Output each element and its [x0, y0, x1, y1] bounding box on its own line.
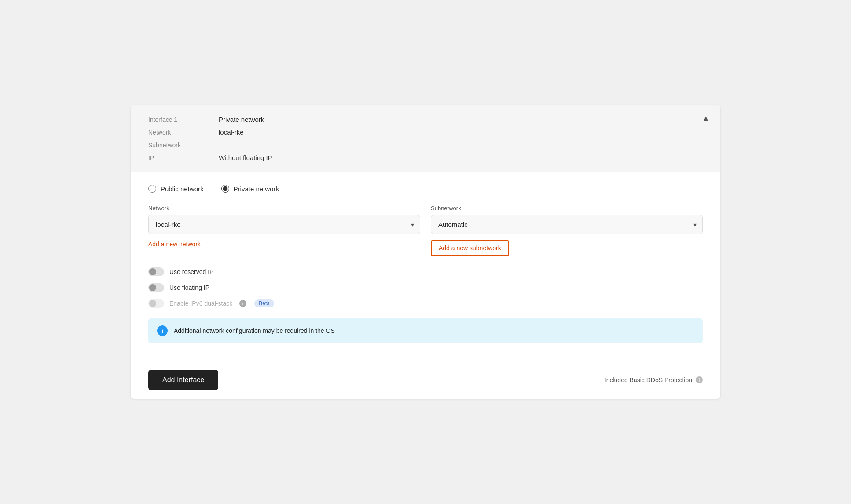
info-banner-icon: i — [157, 325, 168, 336]
public-network-option[interactable]: Public network — [148, 185, 204, 193]
info-banner-text: Additional network configuration may be … — [174, 327, 335, 334]
add-subnetwork-link[interactable]: Add a new subnetwork — [431, 240, 509, 256]
network-select[interactable]: local-rke other-network — [148, 215, 420, 234]
subnetwork-label: Subnetwork — [148, 142, 219, 149]
network-field-group: Network local-rke other-network ▾ — [148, 205, 420, 234]
add-interface-button[interactable]: Add Interface — [148, 370, 218, 390]
enable-ipv6-label: Enable IPv6 dual-stack — [169, 300, 232, 307]
add-links-row: Add a new network Add a new subnetwork — [148, 240, 703, 256]
summary-section: ▲ Interface 1 Private network Network lo… — [131, 105, 720, 172]
collapse-button[interactable]: ▲ — [702, 114, 710, 123]
use-reserved-ip-row: Use reserved IP — [148, 267, 703, 276]
enable-ipv6-row: Enable IPv6 dual-stack i Beta — [148, 299, 703, 308]
toggle-bg-3 — [148, 299, 164, 308]
public-network-label: Public network — [161, 185, 204, 193]
footer: Add Interface Included Basic DDoS Protec… — [131, 361, 720, 399]
add-network-link[interactable]: Add a new network — [148, 241, 201, 248]
checkbox-group: Use reserved IP Use floating IP Enable I… — [148, 267, 703, 308]
summary-network-row: Network local-rke — [148, 128, 703, 136]
enable-ipv6-toggle[interactable] — [148, 299, 164, 308]
network-value: local-rke — [219, 128, 244, 136]
network-select-wrapper: local-rke other-network ▾ — [148, 215, 420, 234]
use-floating-ip-toggle[interactable] — [148, 283, 164, 292]
form-section: Public network Private network Network l… — [131, 172, 720, 361]
ddos-text: Included Basic DDoS Protection — [605, 376, 692, 383]
summary-interface-row: Interface 1 Private network — [148, 116, 703, 123]
toggle-knob-2 — [149, 284, 156, 291]
subnetwork-select-wrapper: Automatic manual-subnet ▾ — [431, 215, 703, 234]
subnetwork-field-group: Subnetwork Automatic manual-subnet ▾ — [431, 205, 703, 234]
main-container: ▲ Interface 1 Private network Network lo… — [131, 105, 720, 399]
use-floating-ip-label: Use floating IP — [169, 284, 209, 291]
use-reserved-ip-label: Use reserved IP — [169, 268, 213, 275]
ddos-info-icon[interactable]: i — [696, 376, 703, 383]
ddos-info: Included Basic DDoS Protection i — [605, 376, 703, 383]
toggle-knob — [149, 268, 156, 275]
private-network-label: Private network — [234, 185, 279, 193]
use-reserved-ip-toggle[interactable] — [148, 267, 164, 276]
network-label: Network — [148, 129, 219, 136]
ip-label: IP — [148, 154, 219, 161]
network-field-label: Network — [148, 205, 420, 212]
dropdowns-row: Network local-rke other-network ▾ Subnet… — [148, 205, 703, 234]
network-type-radio-group: Public network Private network — [148, 185, 703, 193]
beta-badge: Beta — [254, 299, 274, 307]
private-network-radio[interactable] — [221, 185, 229, 193]
use-floating-ip-row: Use floating IP — [148, 283, 703, 292]
private-network-option[interactable]: Private network — [221, 185, 279, 193]
interface-label: Interface 1 — [148, 116, 219, 123]
subnetwork-value: – — [219, 141, 222, 149]
ipv6-info-icon[interactable]: i — [239, 300, 246, 307]
summary-subnetwork-row: Subnetwork – — [148, 141, 703, 149]
interface-value: Private network — [219, 116, 264, 123]
ip-value: Without floating IP — [219, 154, 272, 161]
toggle-bg — [148, 267, 164, 276]
subnetwork-select[interactable]: Automatic manual-subnet — [431, 215, 703, 234]
info-banner: i Additional network configuration may b… — [148, 318, 703, 343]
toggle-knob-3 — [149, 300, 156, 307]
summary-ip-row: IP Without floating IP — [148, 154, 703, 161]
public-network-radio[interactable] — [148, 185, 156, 193]
subnetwork-field-label: Subnetwork — [431, 205, 703, 212]
toggle-bg-2 — [148, 283, 164, 292]
